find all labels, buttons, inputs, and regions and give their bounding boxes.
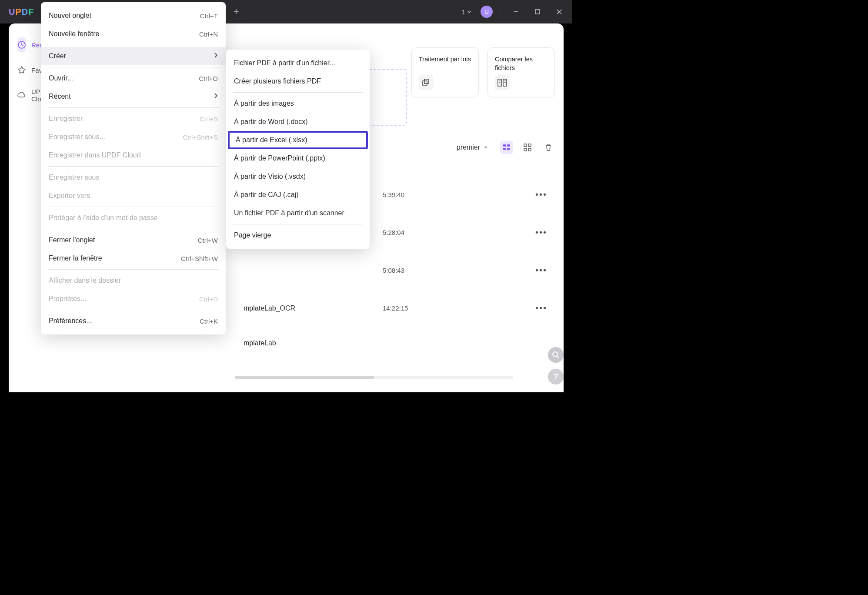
svg-line-20 <box>557 356 559 358</box>
close-button[interactable] <box>551 3 568 20</box>
file-name: mplateLab_OCR <box>244 304 295 312</box>
search-button[interactable] <box>548 347 564 363</box>
minimize-button[interactable] <box>507 3 524 20</box>
app-logo: UPDF <box>0 7 43 17</box>
file-name: mplateLab <box>244 339 276 347</box>
more-icon[interactable]: ••• <box>532 226 551 239</box>
maximize-button[interactable] <box>529 3 546 20</box>
svg-rect-1 <box>535 10 540 14</box>
star-icon <box>17 66 26 74</box>
sort-dropdown[interactable]: premier <box>457 144 488 151</box>
list-item[interactable]: mplateLab_OCR 14:22:15 ••• <box>244 289 551 327</box>
menu-item-new-tab[interactable]: Nouvel onglet Ctrl+T <box>41 7 226 25</box>
view-list-button[interactable] <box>500 141 513 154</box>
list-item[interactable]: mplateLab <box>244 327 551 359</box>
count-indicator[interactable]: 1 <box>457 8 476 16</box>
submenu-item-from-excel[interactable]: À partir de Excel (.xlsx) <box>228 131 368 149</box>
menu-item-show-folder: Afficher dans le dossier <box>41 271 226 290</box>
drop-zone-edge <box>365 69 407 126</box>
submenu-item-from-caj[interactable]: À partir de CAJ (.caj) <box>226 186 370 204</box>
menu-item-create[interactable]: Créer <box>41 47 226 65</box>
svg-rect-18 <box>528 148 531 151</box>
more-icon[interactable]: ••• <box>532 301 551 315</box>
menu-item-new-window[interactable]: Nouvelle fenêtre Ctrl+N <box>41 25 226 43</box>
divider <box>48 67 219 67</box>
action-cards: Traitement par lots Comparer les fichier… <box>411 47 555 97</box>
compare-icon <box>495 75 510 90</box>
svg-rect-13 <box>503 148 506 150</box>
file-time: 5:28:04 <box>383 229 404 236</box>
submenu-item-from-word[interactable]: À partir de Word (.docx) <box>226 113 370 131</box>
svg-rect-15 <box>524 144 527 147</box>
divider <box>48 166 219 167</box>
card-batch[interactable]: Traitement par lots <box>411 47 479 97</box>
view-grid-button[interactable] <box>521 141 534 154</box>
submenu-item-from-file[interactable]: Fichier PDF à partir d'un fichier... <box>226 54 370 72</box>
list-icon <box>503 144 511 151</box>
divider <box>233 224 363 224</box>
submenu-item-from-visio[interactable]: À partir de Visio (.vsdx) <box>226 167 370 186</box>
create-submenu: Fichier PDF à partir d'un fichier... Cré… <box>226 50 370 249</box>
batch-icon <box>419 75 434 90</box>
new-tab-button[interactable]: + <box>234 6 239 17</box>
card-title: Comparer les fichiers <box>495 55 548 73</box>
file-time: 5:39:40 <box>383 191 404 198</box>
svg-rect-14 <box>507 148 510 150</box>
menu-item-save-as: Enregistrer sous... Ctrl+Shift+S <box>41 128 226 146</box>
more-icon[interactable]: ••• <box>532 188 551 201</box>
cloud-icon <box>17 91 26 100</box>
submenu-item-multiple[interactable]: Créer plusieurs fichiers PDF <box>226 72 370 90</box>
divider <box>500 7 500 16</box>
divider <box>48 229 219 229</box>
svg-point-19 <box>553 352 558 357</box>
svg-rect-17 <box>524 148 527 151</box>
clock-icon <box>17 40 26 49</box>
menu-item-preferences[interactable]: Préférences... Ctrl+K <box>41 312 226 330</box>
submenu-item-from-scanner[interactable]: Un fichier PDF à partir d'un scanner <box>226 204 370 222</box>
card-title: Traitement par lots <box>419 55 471 64</box>
chevron-right-icon <box>214 93 218 100</box>
menu-item-save: Enregistrer Ctrl+S <box>41 110 226 128</box>
more-icon[interactable]: ••• <box>532 264 551 277</box>
grid-icon <box>524 144 531 151</box>
file-time: 5:08:43 <box>383 267 404 274</box>
submenu-item-from-ppt[interactable]: À partir de PowerPoint (.pptx) <box>226 149 370 167</box>
menu-item-save-cloud: Enregistrer dans UPDF Cloud <box>41 146 226 164</box>
menu-item-export: Exporter vers <box>41 187 226 205</box>
divider <box>48 310 219 310</box>
titlebar-right: 1 U <box>457 3 572 20</box>
svg-rect-12 <box>507 144 510 147</box>
submenu-item-blank[interactable]: Page vierge <box>226 226 370 244</box>
card-compare[interactable]: Comparer les fichiers <box>487 47 555 97</box>
delete-button[interactable] <box>542 141 555 154</box>
divider <box>48 207 219 207</box>
menu-item-close-tab[interactable]: Fermer l'onglet Ctrl+W <box>41 231 226 249</box>
divider <box>48 269 219 270</box>
help-button[interactable]: ? <box>548 369 564 384</box>
file-time: 14:22:15 <box>383 304 408 312</box>
menu-item-close-window[interactable]: Fermer la fenêtre Ctrl+Shift+W <box>41 249 226 267</box>
triangle-down-icon <box>484 145 488 150</box>
divider <box>233 92 363 93</box>
search-icon <box>552 351 560 359</box>
menu-item-properties: Propriétés... Ctrl+D <box>41 290 226 308</box>
divider <box>48 107 219 108</box>
menu-item-recent[interactable]: Récent <box>41 87 226 106</box>
menu-item-open[interactable]: Ouvrir... Ctrl+O <box>41 69 226 87</box>
divider <box>48 45 219 45</box>
chevron-right-icon <box>214 52 218 60</box>
menu-item-save-under: Enregistrer sous <box>41 168 226 187</box>
file-menu-dropdown: Nouvel onglet Ctrl+T Nouvelle fenêtre Ct… <box>41 2 226 334</box>
svg-rect-16 <box>528 144 531 147</box>
list-item[interactable]: 5:08:43 ••• <box>244 251 551 289</box>
chevron-down-icon <box>467 9 472 14</box>
list-controls: premier <box>457 141 555 154</box>
svg-rect-3 <box>423 81 427 85</box>
menu-item-protect: Protéger à l'aide d'un mot de passe <box>41 209 226 227</box>
trash-icon <box>544 144 552 151</box>
avatar[interactable]: U <box>481 6 493 18</box>
svg-rect-4 <box>424 79 429 84</box>
horizontal-scrollbar[interactable] <box>235 376 513 379</box>
scrollbar-thumb[interactable] <box>235 376 374 379</box>
submenu-item-from-images[interactable]: À partir des images <box>226 94 370 113</box>
